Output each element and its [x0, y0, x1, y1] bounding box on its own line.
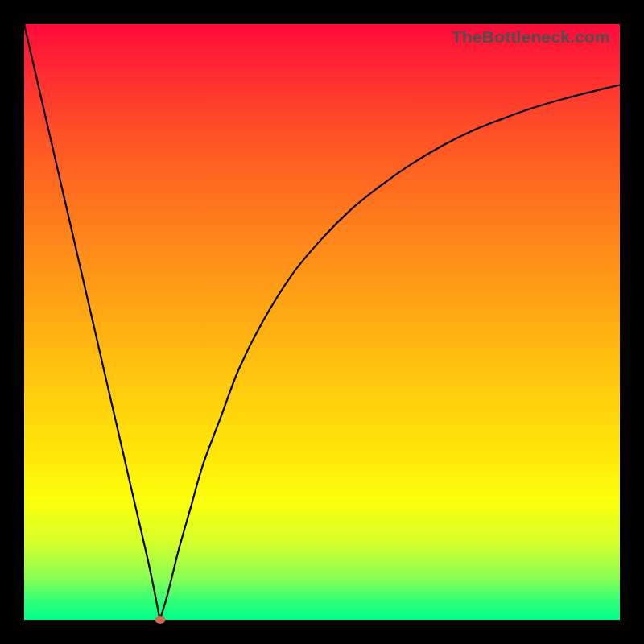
bottleneck-curve [24, 24, 620, 620]
plot-area: TheBottleneck.com [24, 24, 620, 620]
curve-layer [24, 24, 620, 620]
chart-frame: TheBottleneck.com [0, 0, 644, 644]
minimum-marker [155, 616, 165, 624]
